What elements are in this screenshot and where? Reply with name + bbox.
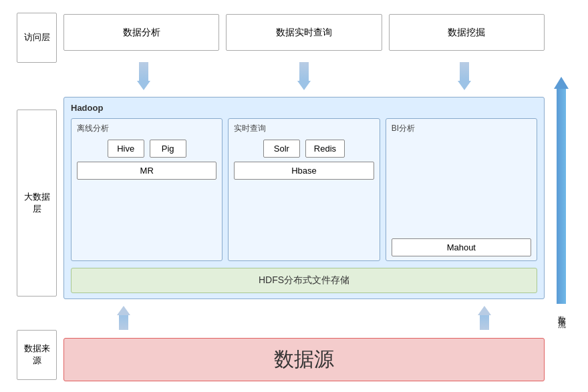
tool-hive: Hive	[108, 140, 144, 158]
arrow-up-left	[63, 305, 184, 331]
realtime-query-panel: 实时查询 Solr Redis Hbase	[228, 118, 380, 261]
arrow-up-body-2	[480, 315, 489, 330]
arrow-up-head-2-icon	[478, 306, 491, 315]
realtime-query-content: Solr Redis Hbase	[234, 140, 374, 256]
access-box-mining: 数据挖掘	[389, 14, 545, 51]
arrow-head-2-icon	[297, 81, 311, 90]
arrow-down-1	[137, 62, 150, 90]
arrow-head-icon	[554, 77, 569, 89]
offline-analysis-title: 离线分析	[77, 123, 216, 134]
datasource-layer-label: 数据来源	[17, 330, 57, 380]
arrow-up-right	[424, 305, 545, 331]
arrow-analysis-down	[63, 61, 224, 91]
arrow-up-2	[478, 306, 491, 330]
hdfs-bar: HDFS分布式文件存储	[71, 268, 537, 293]
data-flow-arrow-shape	[554, 77, 569, 304]
arrow-down-2	[297, 62, 311, 90]
access-arrows-row	[63, 61, 545, 91]
hadoop-layer: Hadoop 离线分析 Hive Pig MR	[63, 97, 545, 299]
tool-mahout: Mahout	[392, 238, 531, 256]
arrow-body-3	[460, 62, 469, 81]
bi-analysis-content: Mahout	[392, 140, 531, 256]
offline-analysis-panel: 离线分析 Hive Pig MR	[71, 118, 223, 261]
bigdata-layer-label: 大数据层	[17, 110, 57, 297]
datasource-row: 数据源	[63, 337, 545, 383]
hadoop-label: Hadoop	[71, 103, 537, 113]
arrow-realtime-down	[224, 61, 384, 91]
datasource-box: 数据源	[63, 338, 545, 381]
realtime-query-title: 实时查询	[234, 123, 374, 134]
diagram-wrapper: 访问层 大数据层 数据来源 数据流 数据分析 数据实时查询 数据挖掘	[13, 9, 575, 383]
tool-solr: Solr	[263, 140, 300, 158]
offline-analysis-content: Hive Pig MR	[77, 140, 216, 256]
tool-mr: MR	[77, 162, 216, 180]
left-labels: 访问层 大数据层 数据来源	[13, 9, 60, 383]
offline-tools-bottom-row: MR	[77, 162, 216, 180]
tool-hbase: Hbase	[234, 162, 374, 180]
hadoop-inner: 离线分析 Hive Pig MR 实时查询	[71, 118, 537, 261]
bi-analysis-title: BI分析	[392, 123, 531, 134]
tool-pig: Pig	[150, 140, 186, 158]
access-layer-label: 访问层	[17, 13, 57, 63]
arrow-up-spacer	[184, 305, 424, 331]
bi-analysis-panel: BI分析 Mahout	[386, 118, 537, 261]
arrow-mining-down	[384, 61, 545, 91]
data-flow-label: 数据流	[556, 309, 567, 315]
realtime-tools-top-row: Solr Redis	[234, 140, 374, 158]
main-content: 数据分析 数据实时查询 数据挖掘	[63, 9, 545, 383]
arrow-head-3-icon	[458, 81, 471, 90]
tool-redis: Redis	[305, 140, 345, 158]
arrow-body-1	[139, 62, 148, 81]
datasource-arrows-row	[63, 305, 545, 331]
realtime-tools-bottom-row: Hbase	[234, 162, 374, 180]
arrow-up-1	[117, 306, 130, 330]
offline-tools-top-row: Hive Pig	[77, 140, 216, 158]
data-flow-arrow: 数据流	[548, 9, 575, 383]
access-box-realtime: 数据实时查询	[226, 14, 382, 51]
arrow-body	[557, 89, 566, 304]
bi-tools-bottom-row: Mahout	[392, 238, 531, 256]
arrow-up-body-1	[119, 315, 128, 330]
access-boxes-row: 数据分析 数据实时查询 数据挖掘	[63, 9, 545, 56]
arrow-head-1-icon	[137, 81, 150, 90]
arrow-body-2	[299, 62, 309, 81]
access-box-analysis: 数据分析	[63, 14, 219, 51]
arrow-down-3	[458, 62, 471, 90]
arrow-up-head-1-icon	[117, 306, 130, 315]
